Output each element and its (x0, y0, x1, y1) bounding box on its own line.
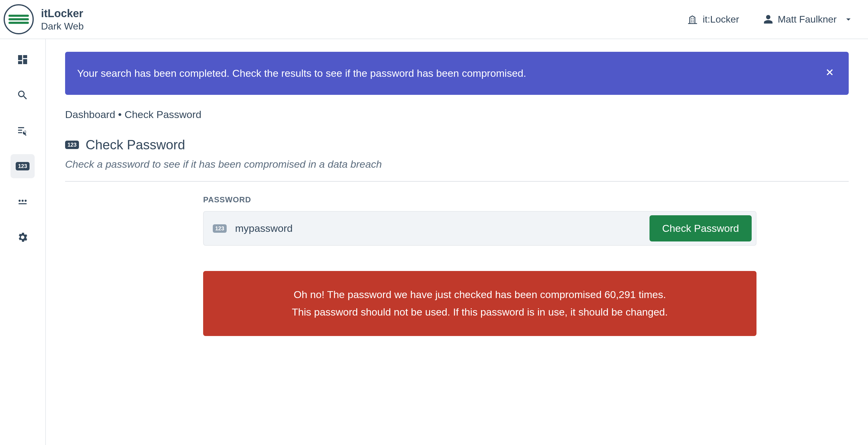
divider (65, 181, 849, 182)
sidebar-item-settings[interactable] (10, 225, 35, 249)
search-icon (17, 89, 29, 101)
title-icon: 123 (65, 141, 79, 149)
list-search-icon (17, 125, 29, 137)
chevron-down-icon (843, 14, 854, 24)
sidebar: 123 (0, 39, 46, 445)
brand-logo (4, 4, 34, 34)
sidebar-item-check-password[interactable]: 123 (10, 154, 35, 178)
form-area: PASSWORD 123 Check Password Oh no! The p… (203, 195, 756, 336)
svg-point-2 (25, 200, 27, 202)
breadcrumb: Dashboard • Check Password (65, 109, 849, 121)
page-title: Check Password (86, 137, 185, 152)
sidebar-item-list-search[interactable] (10, 118, 35, 143)
header: itLocker Dark Web it:Locker Matt Faulkne… (0, 0, 868, 39)
info-banner: Your search has been completed. Check th… (65, 52, 849, 95)
svg-point-0 (19, 200, 21, 202)
badge-123-icon: 123 (65, 141, 79, 149)
badge-123-icon: 123 (16, 162, 30, 170)
gear-icon (17, 231, 29, 243)
wave-logo-icon (8, 9, 29, 30)
input-prefix-icon: 123 (213, 224, 227, 233)
building-icon (688, 14, 698, 24)
main: Your search has been completed. Check th… (46, 39, 868, 445)
password-input-row: 123 Check Password (203, 211, 756, 246)
brand[interactable]: itLocker Dark Web (0, 4, 84, 34)
brand-text: itLocker Dark Web (41, 7, 84, 32)
breadcrumb-current: Check Password (124, 109, 201, 120)
brand-subtitle: Dark Web (41, 20, 84, 32)
result-line-2: This password should not be used. If thi… (221, 304, 738, 321)
page-subtitle: Check a password to see if it has been c… (65, 158, 849, 170)
check-password-button[interactable]: Check Password (650, 215, 752, 241)
org-switcher[interactable]: it:Locker (682, 11, 745, 28)
page-title-row: 123 Check Password (65, 137, 849, 152)
password-field-label: PASSWORD (203, 195, 756, 204)
sidebar-item-hidden[interactable] (10, 190, 35, 214)
svg-rect-3 (19, 203, 27, 204)
person-icon (763, 14, 773, 24)
password-input[interactable] (233, 218, 643, 239)
brand-title: itLocker (41, 7, 84, 20)
close-icon (825, 68, 834, 77)
banner-message: Your search has been completed. Check th… (77, 67, 526, 79)
org-label: it:Locker (703, 14, 739, 25)
result-alert: Oh no! The password we have just checked… (203, 271, 756, 336)
banner-close-button[interactable] (823, 65, 837, 81)
password-dots-icon (17, 196, 29, 208)
svg-point-1 (22, 200, 24, 202)
sidebar-item-dashboard[interactable] (10, 47, 35, 72)
result-line-1: Oh no! The password we have just checked… (221, 286, 738, 304)
user-menu[interactable]: Matt Faulkner (757, 11, 860, 28)
user-name: Matt Faulkner (778, 14, 837, 25)
dashboard-icon (17, 54, 29, 66)
sidebar-item-search[interactable] (10, 83, 35, 107)
breadcrumb-separator: • (115, 109, 124, 120)
breadcrumb-root[interactable]: Dashboard (65, 109, 115, 120)
